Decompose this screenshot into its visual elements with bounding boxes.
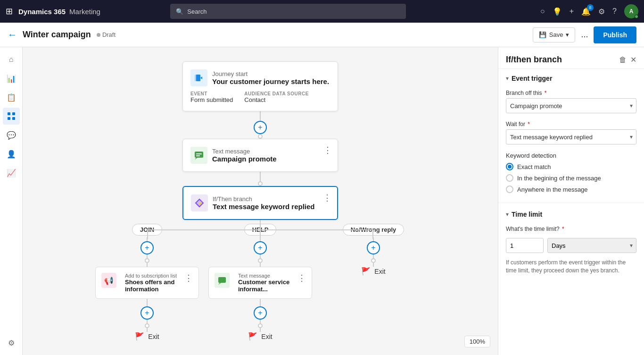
svg-marker-6 bbox=[200, 76, 202, 79]
panel-close-button[interactable]: ✕ bbox=[630, 55, 636, 64]
panel-delete-button[interactable]: 🗑 bbox=[619, 55, 627, 64]
if-then-name: Text message keyword replied bbox=[213, 203, 314, 211]
if-then-type: If/Then branch bbox=[213, 195, 314, 203]
branch-join-add-button-2[interactable]: + bbox=[140, 306, 154, 320]
branch-help-add-button-2[interactable]: + bbox=[254, 306, 267, 320]
branch-join: JOIN + 📢 Add to subscription list bbox=[91, 224, 204, 341]
text-msg-icon bbox=[190, 147, 207, 164]
time-unit-select[interactable]: Days Hours Minutes bbox=[547, 238, 636, 253]
sidebar-item-analytics[interactable]: 📊 bbox=[3, 70, 20, 87]
search-placeholder: Search bbox=[187, 8, 206, 15]
activity-icon[interactable]: ○ bbox=[540, 7, 545, 16]
exit-3: 🚩 Exit bbox=[361, 267, 385, 276]
draft-badge: Draft bbox=[97, 31, 116, 38]
help-icon[interactable]: ? bbox=[612, 7, 617, 16]
draft-dot bbox=[97, 33, 100, 37]
settings-icon[interactable]: ⚙ bbox=[598, 7, 605, 16]
exit-1: 🚩 Exit bbox=[135, 332, 159, 341]
back-button[interactable]: ← bbox=[8, 29, 17, 40]
text-msg-type: Text message bbox=[212, 148, 277, 155]
customer-service-more-button[interactable]: ⋮ bbox=[297, 273, 306, 283]
svg-rect-0 bbox=[8, 112, 10, 115]
time-limit-help-text: If customers perform the event trigger w… bbox=[498, 257, 644, 280]
radio-anywhere-label: Anywhere in the message bbox=[517, 186, 588, 193]
exit-label-1: Exit bbox=[148, 333, 159, 340]
lightbulb-icon[interactable]: 💡 bbox=[553, 7, 562, 16]
panel-header: If/then branch 🗑 ✕ bbox=[498, 47, 644, 69]
branch-wrong-add-button[interactable]: + bbox=[367, 241, 380, 254]
svg-rect-7 bbox=[195, 152, 203, 158]
sidebar-item-reports[interactable]: 📈 bbox=[3, 164, 20, 181]
radio-beginning-btn bbox=[506, 174, 513, 182]
save-button[interactable]: 💾 Save ▾ bbox=[533, 27, 576, 42]
event-trigger-title: Event trigger bbox=[512, 75, 552, 82]
exit-label-3: Exit bbox=[374, 268, 385, 275]
time-limit-chevron: ▾ bbox=[506, 211, 509, 218]
radio-beginning[interactable]: In the begining of the message bbox=[506, 174, 636, 182]
wait-for-select[interactable]: Text message keyword replied bbox=[506, 129, 636, 144]
wait-for-select-wrapper: Text message keyword replied ▾ bbox=[506, 129, 636, 144]
branch-help-add-button[interactable]: + bbox=[254, 241, 267, 254]
add-icon[interactable]: + bbox=[570, 7, 574, 16]
if-then-node[interactable]: ⚡ If/Then branch Text message keyword re… bbox=[182, 186, 338, 220]
if-then-more-button[interactable]: ⋮ bbox=[323, 193, 331, 203]
required-indicator-1: * bbox=[545, 90, 547, 96]
text-message-node[interactable]: Text message Campaign promote ⋮ bbox=[182, 139, 338, 172]
branch-off-label: Branch off this * bbox=[506, 90, 636, 96]
save-label: Save bbox=[549, 31, 563, 38]
svg-marker-8 bbox=[195, 158, 198, 160]
sidebar-item-journey[interactable] bbox=[3, 108, 20, 125]
branch-join-add-button[interactable]: + bbox=[140, 241, 154, 254]
svg-rect-5 bbox=[196, 75, 200, 81]
svg-rect-14 bbox=[218, 277, 226, 283]
subheader: ← Winter campaign Draft 💾 Save ▾ ... Pub… bbox=[0, 23, 644, 47]
exit-flag-2: 🚩 bbox=[248, 332, 257, 341]
customer-service-name: Customer service informat... bbox=[238, 279, 306, 293]
branch-off-select[interactable]: Campaign promote bbox=[506, 98, 636, 113]
required-indicator-3: * bbox=[562, 226, 564, 232]
sidebar-item-chat[interactable]: 💬 bbox=[3, 127, 20, 144]
radio-anywhere-btn bbox=[506, 186, 513, 193]
text-msg-more-button[interactable]: ⋮ bbox=[323, 145, 332, 155]
time-limit-section[interactable]: ▾ Time limit bbox=[498, 205, 644, 222]
customer-service-node[interactable]: Text message Customer service informat..… bbox=[208, 267, 312, 299]
branch-connector bbox=[91, 220, 430, 224]
branch-wrong: No/Wrong reply + 🚩 Exit bbox=[317, 224, 430, 276]
svg-rect-10 bbox=[196, 155, 200, 156]
sidebar-item-content[interactable]: 📋 bbox=[3, 89, 20, 106]
svg-rect-9 bbox=[196, 153, 202, 154]
keyword-detection-label: Keyword detection bbox=[506, 152, 636, 159]
radio-exact-match[interactable]: Exact match bbox=[506, 163, 636, 170]
sidebar-item-contacts[interactable]: 👤 bbox=[3, 145, 20, 162]
subscription-name: Shoes offers and information bbox=[125, 279, 193, 293]
event-trigger-section[interactable]: ▾ Event trigger bbox=[498, 69, 644, 86]
svg-rect-3 bbox=[12, 117, 15, 120]
subheader-actions: 💾 Save ▾ ... Publish bbox=[533, 26, 636, 43]
branch-help: HELP + bbox=[204, 224, 317, 341]
brand-app: Marketing bbox=[69, 8, 100, 16]
sidebar-item-settings[interactable]: ⚙ bbox=[3, 334, 20, 351]
journey-start-node[interactable]: Journey start Your customer journey star… bbox=[182, 61, 338, 111]
subscription-node[interactable]: 📢 Add to subscription list Shoes offers … bbox=[95, 267, 199, 299]
right-panel: If/then branch 🗑 ✕ ▾ Event trigger Branc… bbox=[498, 47, 644, 355]
avatar[interactable]: A bbox=[624, 4, 638, 18]
panel-title: If/then branch bbox=[506, 55, 562, 65]
svg-marker-15 bbox=[218, 283, 221, 285]
publish-button[interactable]: Publish bbox=[594, 26, 636, 43]
grid-icon[interactable]: ⊞ bbox=[6, 6, 13, 17]
audience-value: Contact bbox=[244, 96, 308, 103]
connector-2 bbox=[258, 172, 263, 186]
if-then-icon: ⚡ bbox=[191, 194, 208, 211]
radio-anywhere[interactable]: Anywhere in the message bbox=[506, 186, 636, 193]
add-button-1[interactable]: + bbox=[254, 121, 267, 134]
subscription-more-button[interactable]: ⋮ bbox=[184, 273, 193, 283]
notification-badge[interactable]: 🔔 8 bbox=[581, 7, 591, 16]
save-chevron: ▾ bbox=[566, 31, 569, 38]
time-limit-input[interactable] bbox=[506, 238, 544, 253]
search-bar[interactable]: 🔍 Search bbox=[170, 4, 406, 19]
time-limit-question: What's the time limit? * bbox=[506, 226, 636, 232]
sidebar-item-home[interactable]: ⌂ bbox=[3, 51, 20, 68]
event-label: EVENT bbox=[190, 91, 233, 96]
brand: Dynamics 365 Marketing bbox=[18, 8, 100, 16]
more-button[interactable]: ... bbox=[579, 30, 590, 40]
